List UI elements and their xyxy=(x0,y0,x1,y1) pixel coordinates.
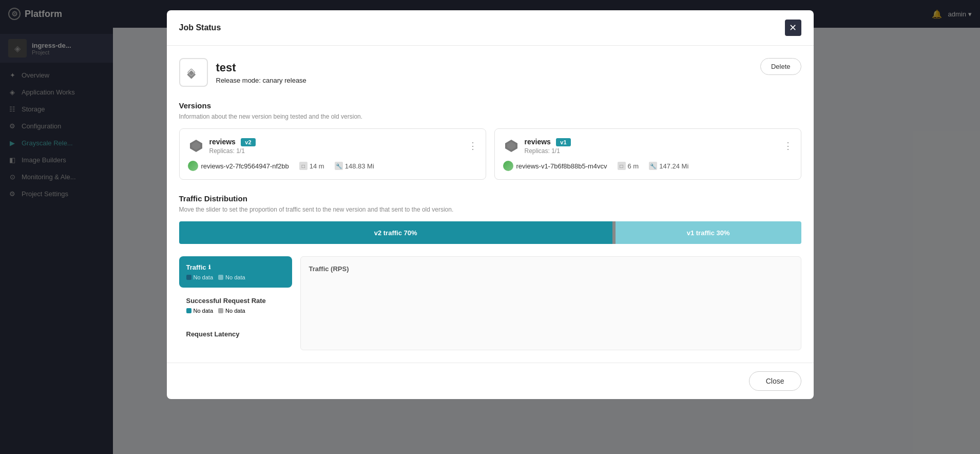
version-v1-pod: reviews-v1-7b6f8b88b5-m4vcv xyxy=(503,161,607,171)
time-icon: □ xyxy=(299,162,308,170)
traffic-section-title: Traffic Distribution xyxy=(179,194,801,203)
traffic-section-desc: Move the slider to set the proportion of… xyxy=(179,206,801,213)
version-v2-name-block: reviews v2 Replicas: 1/1 xyxy=(209,137,256,155)
traffic-slider-handle[interactable] xyxy=(612,221,616,244)
version-v2-header: reviews v2 Replicas: 1/1 ⋮ xyxy=(188,137,477,155)
pod-v1-status-icon xyxy=(503,161,513,171)
version-v1-icon xyxy=(503,138,520,154)
v1-time-icon: □ xyxy=(618,162,626,170)
latency-tab[interactable]: Request Latency xyxy=(179,323,292,348)
traffic-slider[interactable]: v2 traffic 70% v1 traffic 30% xyxy=(179,221,801,244)
version-v1-name-block: reviews v1 Replicas: 1/1 xyxy=(525,137,571,155)
success-legend1: No data xyxy=(194,308,214,314)
traffic-v1-label: v1 traffic 30% xyxy=(687,229,730,237)
version-v1-memory: 🔧 147.24 Mi xyxy=(649,162,688,170)
success-legend-v2-dot xyxy=(186,308,191,313)
versions-grid: reviews v2 Replicas: 1/1 ⋮ reviews-v2-7f… xyxy=(179,128,801,180)
modal-body: test Release mode: canary release Delete… xyxy=(167,46,814,363)
chart-title: Traffic (RPS) xyxy=(309,265,793,273)
footer-close-button[interactable]: Close xyxy=(749,371,801,391)
job-title-left: test Release mode: canary release xyxy=(179,58,306,87)
traffic-tab-legend: No data No data xyxy=(186,274,285,280)
traffic-v2-bar: v2 traffic 70% xyxy=(179,221,612,244)
version-v2-details: reviews-v2-7fc9564947-nf2bb □ 14 m 🔧 148… xyxy=(188,161,477,171)
version-v2-pod-name: reviews-v2-7fc9564947-nf2bb xyxy=(201,162,289,170)
version-v2-pod: reviews-v2-7fc9564947-nf2bb xyxy=(188,161,289,171)
version-v1-time: □ 6 m xyxy=(618,162,639,170)
traffic-v1-bar: v1 traffic 30% xyxy=(616,221,801,244)
close-icon: ✕ xyxy=(789,22,797,33)
traffic-legend-v1: No data xyxy=(218,274,245,280)
delete-button[interactable]: Delete xyxy=(760,58,801,75)
info-icon: ℹ xyxy=(208,264,210,271)
modal-title: Job Status xyxy=(179,23,221,32)
versions-section-title: Versions xyxy=(179,101,801,110)
job-icon xyxy=(179,58,208,87)
success-rate-tab[interactable]: Successful Request Rate No data No data xyxy=(179,290,292,321)
legend-v2-dot xyxy=(186,275,191,280)
latency-tab-title: Request Latency xyxy=(186,330,285,338)
job-name: test xyxy=(216,61,306,74)
version-v1-pod-name: reviews-v1-7b6f8b88b5-m4vcv xyxy=(516,162,607,170)
traffic-legend2: No data xyxy=(225,274,245,280)
version-v2-card: reviews v2 Replicas: 1/1 ⋮ reviews-v2-7f… xyxy=(179,128,486,180)
success-legend2: No data xyxy=(225,308,245,314)
v1-memory-icon: 🔧 xyxy=(649,162,657,170)
legend-v1-dot xyxy=(218,275,223,280)
version-v2-left: reviews v2 Replicas: 1/1 xyxy=(188,137,256,155)
metrics-chart-area: Traffic (RPS) xyxy=(300,256,801,350)
version-v1-card: reviews v1 Replicas: 1/1 ⋮ reviews-v1-7b… xyxy=(494,128,801,180)
modal-footer: Close xyxy=(167,363,814,399)
job-release-mode: Release mode: canary release xyxy=(216,77,306,84)
versions-section-desc: Information about the new version being … xyxy=(179,113,801,120)
success-tab-title: Successful Request Rate xyxy=(186,297,285,305)
success-legend-v2: No data xyxy=(186,308,214,314)
version-v2-time: □ 14 m xyxy=(299,162,324,170)
version-v2-more-button[interactable]: ⋮ xyxy=(468,140,477,152)
job-status-modal: Job Status ✕ test xyxy=(167,10,814,399)
traffic-tab-title: Traffic ℹ xyxy=(186,263,285,271)
version-v1-left: reviews v1 Replicas: 1/1 xyxy=(503,137,571,155)
version-v1-details: reviews-v1-7b6f8b88b5-m4vcv □ 6 m 🔧 147.… xyxy=(503,161,793,171)
modal-overlay: Job Status ✕ test xyxy=(0,0,980,454)
pod-status-icon xyxy=(188,161,198,171)
version-v1-header: reviews v1 Replicas: 1/1 ⋮ xyxy=(503,137,793,155)
version-v2-name: reviews xyxy=(209,138,236,146)
version-v1-badge: v1 xyxy=(556,138,570,146)
version-v2-icon xyxy=(188,138,204,154)
version-v2-name-row: reviews v2 xyxy=(209,137,256,146)
modal-header: Job Status ✕ xyxy=(167,10,814,46)
success-legend-v1: No data xyxy=(218,308,245,314)
job-title-section: test Release mode: canary release Delete xyxy=(179,58,801,87)
traffic-v2-label: v2 traffic 70% xyxy=(374,229,417,237)
version-v2-replicas: Replicas: 1/1 xyxy=(209,147,256,155)
version-v1-name-row: reviews v1 xyxy=(525,137,571,146)
traffic-legend1: No data xyxy=(194,274,214,280)
metrics-section: Traffic ℹ No data No data xyxy=(179,256,801,350)
memory-icon: 🔧 xyxy=(335,162,343,170)
metrics-tabs: Traffic ℹ No data No data xyxy=(179,256,292,350)
version-v1-more-button[interactable]: ⋮ xyxy=(783,140,793,152)
traffic-distribution-section: Traffic Distribution Move the slider to … xyxy=(179,194,801,244)
version-v2-memory: 🔧 148.83 Mi xyxy=(335,162,374,170)
version-v2-badge: v2 xyxy=(241,138,255,146)
job-info: test Release mode: canary release xyxy=(216,61,306,84)
version-v1-name: reviews xyxy=(525,138,551,146)
traffic-legend-v2: No data xyxy=(186,274,214,280)
version-v1-replicas: Replicas: 1/1 xyxy=(525,147,571,155)
success-legend-v1-dot xyxy=(218,308,223,313)
traffic-metric-tab[interactable]: Traffic ℹ No data No data xyxy=(179,256,292,288)
success-tab-legend: No data No data xyxy=(186,308,285,314)
modal-close-button[interactable]: ✕ xyxy=(785,20,801,36)
